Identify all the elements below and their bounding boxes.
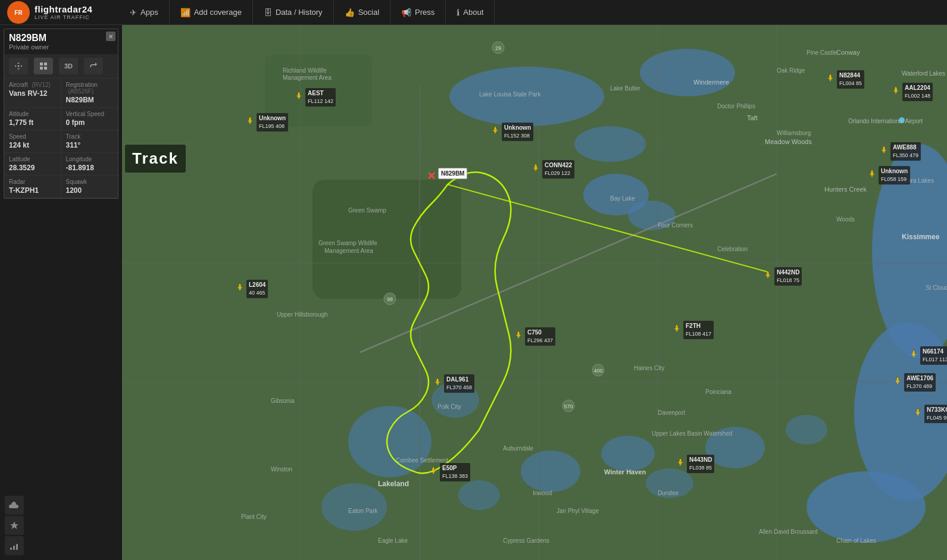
svg-text:Waterford Lakes: Waterford Lakes: [902, 70, 945, 77]
split-view-button[interactable]: [34, 58, 53, 74]
latitude-value: 28.3529: [9, 164, 56, 172]
svg-marker-150: [237, 287, 243, 288]
svg-point-2: [18, 65, 20, 67]
svg-marker-103: [492, 130, 498, 131]
svg-text:570: 570: [564, 403, 573, 409]
squawk-value: 1200: [66, 186, 114, 195]
aircraft-icon-E50P: [428, 465, 439, 476]
svg-marker-120: [869, 173, 875, 174]
aircraft-N442ND[interactable]: N442NDFL018 75: [762, 270, 773, 280]
svg-marker-141: [915, 412, 921, 413]
svg-text:Winston: Winston: [271, 466, 292, 473]
map-area[interactable]: 29 400 570 98 Conway Waterford Lakes Orl…: [122, 25, 947, 560]
svg-marker-123: [765, 274, 771, 276]
aircraft-N829BM[interactable]: N829BM: [426, 170, 437, 181]
plane-icon-button[interactable]: [5, 516, 24, 535]
svg-text:Orlando International Airport: Orlando International Airport: [848, 118, 923, 124]
aircraft-icon-N733KC: [912, 407, 923, 418]
flight-card-header: N829BM Private owner: [4, 29, 118, 54]
left-bottom-icons: [0, 491, 122, 560]
aircraft-C750[interactable]: C750FL296 437: [513, 330, 524, 340]
registration-value: N829BM: [66, 96, 114, 104]
nav-item-add-coverage[interactable]: 📶 Add coverage: [170, 0, 253, 24]
svg-rect-5: [40, 67, 43, 70]
aircraft-icon-N66174: [908, 349, 919, 359]
aircraft-label-N82844: N82844FL004 85: [837, 70, 864, 89]
registration-cell: Registration (AB526F) N829BM: [61, 79, 118, 108]
svg-point-22: [601, 436, 655, 471]
left-panel: N829BM Private owner ✕: [0, 25, 122, 560]
aircraft-CONN422[interactable]: CONN422FL029 122: [530, 162, 541, 173]
svg-point-25: [786, 415, 827, 445]
aircraft-icon-N443ND: [675, 457, 686, 468]
close-flight-card-button[interactable]: ✕: [106, 32, 115, 41]
social-icon: 👍: [345, 8, 355, 17]
nav-social-label: Social: [358, 8, 379, 17]
aircraft-icon-CONN422: [530, 162, 541, 173]
logo-area[interactable]: FR flightradar24 LIVE AIR TRAFFIC: [0, 1, 119, 24]
speed-label: Speed: [9, 133, 56, 140]
svg-marker-126: [674, 328, 680, 329]
aircraft-N66174[interactable]: N66174FL017 113: [908, 349, 919, 359]
aircraft-icon-C750: [513, 330, 524, 340]
svg-text:Eaton Park: Eaton Park: [348, 508, 378, 514]
logo-text-area: flightradar24 LIVE AIR TRAFFIC: [35, 4, 92, 20]
weather-icon-button[interactable]: [5, 496, 24, 515]
aircraft-label-CONN422: CONN422FL029 122: [542, 160, 574, 179]
svg-point-21: [521, 450, 580, 492]
svg-rect-28: [312, 180, 461, 299]
nav-item-apps[interactable]: ✈ Apps: [119, 0, 170, 24]
svg-text:Winter Haven: Winter Haven: [604, 468, 646, 475]
svg-text:Management Area: Management Area: [283, 74, 332, 81]
aircraft-icon-N829BM: [426, 170, 437, 181]
aircraft-label-AWE1706: AWE1706FL370 489: [904, 373, 936, 392]
speed-cell: Speed 124 kt: [4, 130, 61, 153]
svg-text:400: 400: [593, 368, 602, 374]
aircraft-Unknown3[interactable]: UnknownFL058 159: [867, 168, 877, 179]
svg-text:Poinciana: Poinciana: [705, 389, 732, 395]
svg-text:Woods: Woods: [836, 216, 855, 223]
logo-sub-text: LIVE AIR TRAFFIC: [35, 14, 92, 20]
logo-main-text: flightradar24: [35, 4, 92, 14]
svg-text:Dundee: Dundee: [658, 490, 679, 496]
nav-item-about[interactable]: ℹ About: [446, 0, 495, 24]
signal-icon-button[interactable]: [5, 536, 24, 555]
track-overlay-label: Track: [125, 145, 186, 173]
nav-press-label: Press: [415, 8, 435, 17]
svg-text:FR: FR: [14, 10, 23, 16]
aircraft-E50P[interactable]: E50PFL138 383: [428, 465, 439, 476]
aircraft-label-AAL2204: AAL2204FL002 148: [902, 83, 933, 101]
svg-rect-4: [44, 62, 47, 65]
aircraft-N443ND[interactable]: N443NDFL038 85: [675, 457, 686, 468]
aircraft-AEST[interactable]: AESTFL112 142: [293, 90, 304, 101]
main-area: N829BM Private owner ✕: [0, 25, 947, 560]
aircraft-AWE1706[interactable]: AWE1706FL370 489: [892, 376, 903, 386]
nav-data-history-label: Data / History: [276, 8, 323, 17]
aircraft-L2604[interactable]: L260440 465: [235, 282, 245, 293]
share-button[interactable]: [84, 58, 103, 74]
svg-text:Williamsburg: Williamsburg: [777, 130, 811, 136]
aircraft-Unknown2[interactable]: UnknownFL152 308: [490, 125, 501, 136]
3d-view-button[interactable]: 3D: [59, 58, 78, 74]
move-tool-button[interactable]: [9, 58, 28, 74]
nav-item-press[interactable]: 📢 Press: [390, 0, 446, 24]
svg-text:Allen David Broussard: Allen David Broussard: [759, 528, 818, 535]
svg-text:Windermere: Windermere: [693, 79, 729, 86]
svg-text:29: 29: [495, 45, 501, 51]
aircraft-N82844[interactable]: N82844FL004 85: [825, 73, 836, 83]
aircraft-DAL961[interactable]: DAL961FL370 458: [432, 377, 443, 387]
nav-item-data-history[interactable]: 🗄 Data / History: [253, 0, 334, 24]
svg-marker-97: [296, 95, 302, 96]
nav-item-social[interactable]: 👍 Social: [334, 0, 390, 24]
aircraft-AWE888[interactable]: AWE888FL350 479: [879, 145, 889, 155]
svg-text:Haines City: Haines City: [634, 365, 664, 371]
vertical-speed-label: Vertical Speed: [66, 111, 114, 117]
svg-marker-111: [827, 77, 833, 79]
aircraft-Unknown1[interactable]: UnknownFL195 408: [245, 115, 255, 126]
aircraft-F2TH[interactable]: F2THFL108 417: [671, 323, 682, 334]
aircraft-AAL2204[interactable]: AAL2204FL002 148: [890, 85, 901, 96]
aircraft-label-Unknown1: UnknownFL195 408: [257, 113, 288, 132]
aircraft-label-Unknown3: UnknownFL058 159: [879, 166, 910, 184]
nav-about-label: About: [463, 8, 483, 17]
aircraft-N733KC[interactable]: N733KCFL045 95: [912, 407, 923, 418]
